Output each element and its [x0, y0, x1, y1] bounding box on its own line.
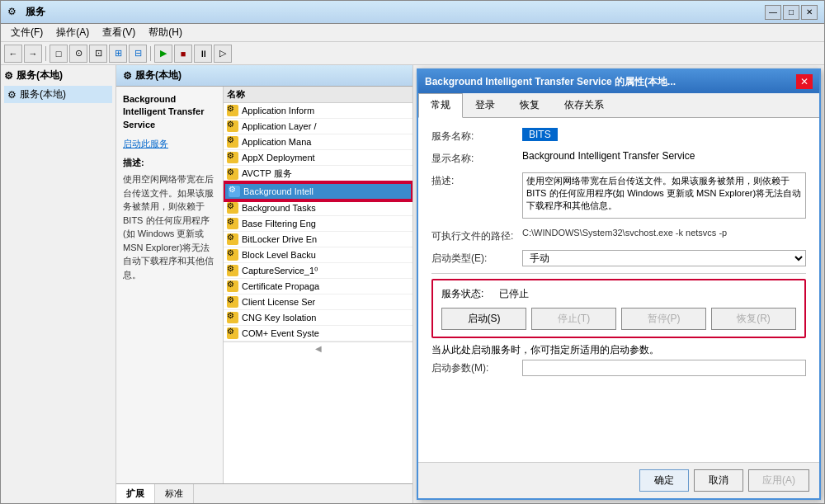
- menu-view[interactable]: 查看(V): [96, 24, 142, 41]
- tree-label: 服务(本地): [20, 87, 66, 101]
- startup-type-row: 启动类型(E): 手动 自动 禁用 自动(延迟启动): [431, 250, 806, 266]
- toolbar-sep-2: [150, 46, 151, 61]
- start-params-note: 当从此处启动服务时，你可指定所适用的启动参数。: [431, 343, 806, 357]
- startup-type-select[interactable]: 手动 自动 禁用 自动(延迟启动): [522, 250, 806, 266]
- tree-icon: ⚙: [7, 89, 16, 101]
- description-row: 描述:: [431, 172, 806, 221]
- service-row-name: Application Mana: [242, 137, 409, 147]
- tab-standard[interactable]: 标准: [155, 484, 194, 503]
- col-name-header: 名称: [227, 88, 245, 101]
- service-name-value: BITS: [522, 128, 806, 141]
- service-row-name: CaptureService_1⁰: [242, 266, 409, 276]
- window-controls: — □ ✕: [765, 5, 818, 20]
- resume-button[interactable]: 恢复(R): [711, 308, 796, 330]
- service-row-name: Background Intell: [243, 186, 408, 196]
- toolbar-btn-4[interactable]: ⊞: [109, 45, 127, 63]
- content-area: ⚙ 服务(本地) ⚙ 服务(本地) ⚙ 服务(本地) Background In…: [1, 65, 824, 503]
- toolbar-btn-2[interactable]: ⊙: [69, 45, 87, 63]
- left-panel-title: 服务(本地): [16, 68, 63, 82]
- service-icon: [227, 168, 238, 180]
- description-textarea[interactable]: [522, 172, 806, 219]
- list-item[interactable]: Application Mana: [224, 134, 412, 150]
- left-panel: ⚙ 服务(本地) ⚙ 服务(本地): [1, 65, 116, 503]
- toolbar-resume[interactable]: ▷: [214, 45, 232, 63]
- toolbar-forward[interactable]: →: [24, 45, 42, 63]
- service-row-name: AVCTP 服务: [242, 167, 409, 180]
- display-name-label: 显示名称:: [431, 150, 522, 166]
- service-row-name: Client License Ser: [242, 297, 409, 307]
- startup-type-value: 手动 自动 禁用 自动(延迟启动): [522, 250, 806, 266]
- service-icon: [227, 152, 238, 163]
- start-params-input[interactable]: [522, 360, 806, 376]
- center-header-icon: ⚙: [123, 70, 132, 82]
- list-item[interactable]: COM+ Event Syste: [224, 326, 412, 341]
- toolbar-pause[interactable]: ⏸: [194, 45, 212, 63]
- tab-general[interactable]: 常规: [418, 93, 463, 118]
- toolbar-back[interactable]: ←: [4, 45, 22, 63]
- main-window: ⚙ 服务 — □ ✕ 文件(F) 操作(A) 查看(V) 帮助(H) ← → □…: [0, 0, 825, 504]
- stop-button[interactable]: 停止(T): [531, 308, 616, 330]
- pause-button[interactable]: 暂停(P): [621, 308, 706, 330]
- status-value: 已停止: [499, 287, 529, 301]
- service-desc: 使用空闲网络带宽在后台传送文件。如果该服务被禁用，则依赖于 BITS 的任何应用…: [123, 172, 216, 281]
- service-row-name: Application Inform: [242, 106, 409, 115]
- start-params-label: 启动参数(M):: [431, 360, 522, 375]
- start-params-row: 启动参数(M):: [431, 360, 806, 376]
- list-item[interactable]: CaptureService_1⁰: [224, 263, 412, 279]
- toolbar-play[interactable]: ▶: [154, 45, 172, 63]
- list-item[interactable]: AppX Deployment: [224, 150, 412, 166]
- toolbar-sep-1: [45, 46, 46, 61]
- dialog-close-button[interactable]: ✕: [796, 74, 813, 89]
- service-name-label: 服务名称:: [431, 128, 522, 144]
- list-item[interactable]: Block Level Backu: [224, 247, 412, 263]
- description-value: [522, 172, 806, 221]
- list-item[interactable]: Application Layer /: [224, 119, 412, 134]
- start-service-link[interactable]: 启动此服务: [123, 138, 216, 150]
- start-button[interactable]: 启动(S): [441, 308, 526, 330]
- cancel-button[interactable]: 取消: [694, 469, 743, 492]
- tab-login[interactable]: 登录: [463, 93, 507, 117]
- toolbar-btn-1[interactable]: □: [50, 45, 68, 63]
- service-icon: [227, 218, 238, 229]
- service-icon: [227, 327, 238, 339]
- list-item[interactable]: Background Tasks: [224, 200, 412, 216]
- service-icon: [227, 233, 238, 245]
- close-button[interactable]: ✕: [801, 5, 818, 20]
- toolbar-stop[interactable]: ■: [174, 45, 192, 63]
- list-item[interactable]: Application Inform: [224, 103, 412, 119]
- menu-file[interactable]: 文件(F): [4, 24, 50, 41]
- minimize-button[interactable]: —: [765, 5, 781, 20]
- service-list-panel: 名称 Application Inform Application Layer …: [224, 87, 412, 483]
- tab-expand[interactable]: 扩展: [116, 484, 155, 503]
- toolbar-btn-5[interactable]: ⊟: [129, 45, 147, 63]
- list-item[interactable]: AVCTP 服务: [224, 166, 412, 182]
- display-name-row: 显示名称: Background Intelligent Transfer Se…: [431, 150, 806, 166]
- left-panel-header: ⚙ 服务(本地): [4, 68, 112, 82]
- tab-dependencies[interactable]: 依存关系: [552, 93, 616, 117]
- menu-action[interactable]: 操作(A): [50, 24, 96, 41]
- tab-recovery[interactable]: 恢复: [507, 93, 552, 117]
- start-params-input-container: [522, 360, 806, 376]
- center-header-title: 服务(本地): [135, 68, 182, 82]
- scroll-indicator: ◀: [224, 341, 412, 355]
- service-icon: [227, 105, 238, 116]
- list-item[interactable]: CNG Key Isolation: [224, 310, 412, 326]
- tree-item-local[interactable]: ⚙ 服务(本地): [4, 86, 112, 103]
- list-item-selected[interactable]: Background Intell: [224, 182, 412, 200]
- exec-path-value: C:\WINDOWS\System32\svchost.exe -k netsv…: [522, 228, 806, 238]
- toolbar-btn-3[interactable]: ⊡: [89, 45, 107, 63]
- list-item[interactable]: BitLocker Drive En: [224, 232, 412, 247]
- service-action-buttons: 启动(S) 停止(T) 暂停(P) 恢复(R): [441, 308, 796, 330]
- menu-help[interactable]: 帮助(H): [142, 24, 189, 41]
- service-row-name: CNG Key Isolation: [242, 313, 409, 323]
- ok-button[interactable]: 确定: [639, 469, 689, 492]
- maximize-button[interactable]: □: [783, 5, 799, 20]
- list-item[interactable]: Base Filtering Eng: [224, 216, 412, 232]
- list-item[interactable]: Client License Ser: [224, 294, 412, 310]
- dialog-title: Background Intelligent Transfer Service …: [425, 75, 796, 89]
- list-item[interactable]: Certificate Propaga: [224, 279, 412, 294]
- list-header: 名称: [224, 87, 412, 103]
- service-row-name: Certificate Propaga: [242, 281, 409, 291]
- menu-bar: 文件(F) 操作(A) 查看(V) 帮助(H): [1, 24, 824, 42]
- apply-button[interactable]: 应用(A): [748, 469, 809, 492]
